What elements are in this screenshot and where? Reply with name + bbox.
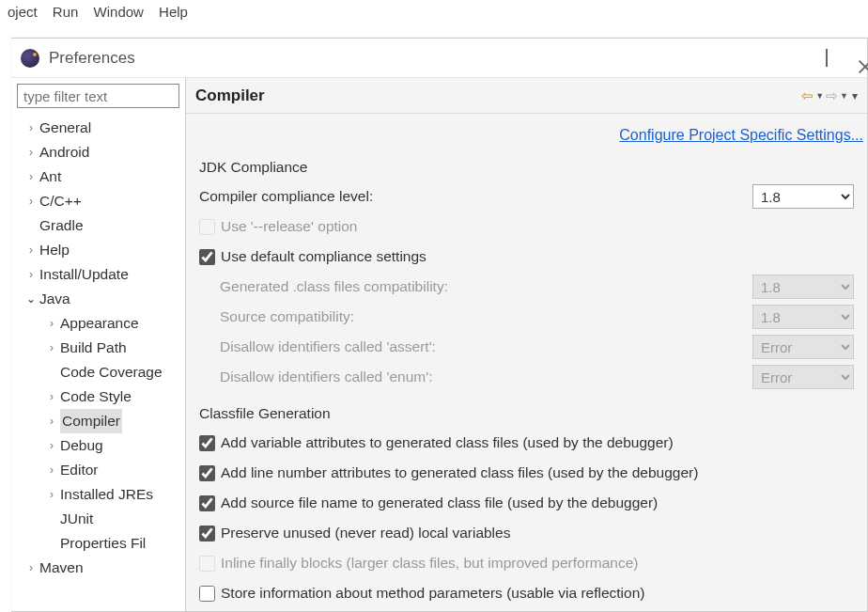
chevron-right-icon[interactable]: › [26,262,36,287]
chevron-right-icon[interactable]: › [26,189,36,213]
classfile-label: Preserve unused (never read) local varia… [221,525,867,541]
tree-item[interactable]: ›Debug [13,433,185,458]
sidebar: ›General›Android›Ant›C/C++›Gradle›Help›I… [11,78,186,611]
chevron-down-icon[interactable]: ⌄ [26,287,36,311]
tree-item-label: JUnit [60,507,93,531]
maximize-button[interactable] [826,50,828,66]
chevron-right-icon[interactable]: › [26,140,36,165]
menu-item[interactable]: Help [159,4,188,20]
classfile-checkbox[interactable] [199,465,215,481]
titlebar: Preferences [11,39,867,78]
back-menu-icon[interactable]: ▼ [815,91,824,101]
use-defaults-checkbox[interactable] [199,249,215,265]
compliance-level-label: Compiler compliance level: [199,188,752,205]
disallow-assert-label: Disallow identifiers called 'assert': [220,338,752,355]
tree-item[interactable]: ›JUnit [13,507,185,531]
settings-panel: Compiler ⇦ ▼ ⇨ ▼ ▾ Configure Project Spe… [186,78,867,611]
jdk-compliance-section: JDK Compliance [199,159,867,176]
tree-item-label: Compiler [60,409,122,433]
use-defaults-label: Use default compliance settings [221,248,867,265]
preferences-tree[interactable]: ›General›Android›Ant›C/C++›Gradle›Help›I… [11,116,185,580]
chevron-right-icon[interactable]: › [47,409,56,433]
disallow-enum-select: Error [752,365,854,389]
tree-item[interactable]: ›Android [13,140,185,165]
classfile-checkbox [199,556,215,572]
chevron-right-icon[interactable]: › [47,482,56,507]
classfile-label: Add variable attributes to generated cla… [221,434,867,451]
tree-item-label: Build Path [60,336,127,360]
chevron-right-icon[interactable]: › [26,556,36,580]
window-title: Preferences [49,49,135,68]
tree-item-label: Gradle [39,213,84,238]
preferences-window: Preferences ›General›Android›Ant›C/C++›G… [11,38,868,612]
history-nav: ⇦ ▼ ⇨ ▼ ▾ [801,87,858,104]
chevron-right-icon[interactable]: › [26,238,36,262]
tree-item-label: Install/Update [39,262,129,287]
tree-item-label: Appearance [60,311,139,336]
classfile-checkbox[interactable] [199,526,215,541]
tree-item[interactable]: ›Help [13,238,185,262]
menu-item[interactable]: Run [53,4,79,20]
disallow-assert-select: Error [752,335,854,359]
tree-item-label: Maven [39,556,84,580]
tree-item-label: Editor [60,458,99,482]
forward-menu-icon[interactable]: ▼ [840,91,848,101]
filter-input[interactable] [17,84,179,108]
chevron-right-icon[interactable]: › [47,311,56,336]
tree-item[interactable]: ›C/C++ [13,189,185,213]
tree-item-label: C/C++ [39,189,82,213]
tree-item-label: Code Style [60,384,132,409]
classfile-checkbox[interactable] [199,586,215,602]
tree-item-label: Installed JREs [60,482,153,507]
menu-item[interactable]: oject [8,4,38,20]
source-compat-select: 1.8 [752,305,854,329]
tree-item[interactable]: ›Editor [13,458,185,482]
classfile-label: Add line number attributes to generated … [221,464,867,481]
tree-item[interactable]: ›Install/Update [13,262,185,287]
tree-item-label: Help [39,238,70,262]
tree-item[interactable]: ›Code Style [13,384,185,409]
menu-item[interactable]: Window [94,4,144,20]
tree-item-label: Android [39,140,89,165]
chevron-right-icon[interactable]: › [47,433,56,458]
tree-item[interactable]: ›Properties Fil [13,531,185,556]
tree-item-label: Code Coverage [60,360,163,384]
tree-item[interactable]: ⌄Java [13,287,185,311]
back-icon[interactable]: ⇦ [801,87,814,104]
tree-item[interactable]: ›Gradle [13,213,185,238]
classfile-label: Inline finally blocks (larger class file… [221,555,867,572]
chevron-right-icon[interactable]: › [47,336,56,360]
chevron-right-icon[interactable]: › [26,165,36,189]
chevron-right-icon[interactable]: › [47,384,56,409]
chevron-right-icon[interactable]: › [26,116,36,140]
tree-item[interactable]: ›Ant [13,165,185,189]
tree-item[interactable]: ›General [13,116,185,140]
chevron-right-icon[interactable]: › [47,458,56,482]
eclipse-icon [21,49,39,68]
classfile-checkbox[interactable] [199,495,215,511]
classfile-section: Classfile Generation [199,405,867,422]
tree-item-label: Ant [39,165,61,189]
menu-icon[interactable]: ▾ [852,89,858,102]
maximize-icon [826,49,828,67]
forward-icon[interactable]: ⇨ [826,87,838,104]
app-menubar: oject Run Window Help [0,0,868,24]
classfile-label: Add source file name to generated class … [221,494,867,511]
tree-item[interactable]: ›Installed JREs [13,482,185,507]
classfile-checkbox[interactable] [199,435,215,451]
tree-item-label: Java [39,287,70,311]
tree-item[interactable]: ›Build Path [13,336,185,360]
tree-item[interactable]: ›Appearance [13,311,185,336]
tree-item[interactable]: ›Code Coverage [13,360,185,384]
configure-project-link[interactable]: Configure Project Specific Settings... [619,127,863,143]
use-release-checkbox [199,219,215,235]
use-release-label: Use '--release' option [221,218,867,235]
compliance-level-select[interactable]: 1.8 [752,184,854,209]
disallow-enum-label: Disallow identifiers called 'enum': [220,369,752,385]
tree-item[interactable]: ›Compiler [13,409,185,433]
generated-compat-select: 1.8 [752,275,854,299]
tree-item[interactable]: ›Maven [13,556,185,580]
panel-title: Compiler [195,86,265,105]
classfile-label: Store information about method parameter… [221,585,867,602]
tree-item-label: Debug [60,433,103,458]
